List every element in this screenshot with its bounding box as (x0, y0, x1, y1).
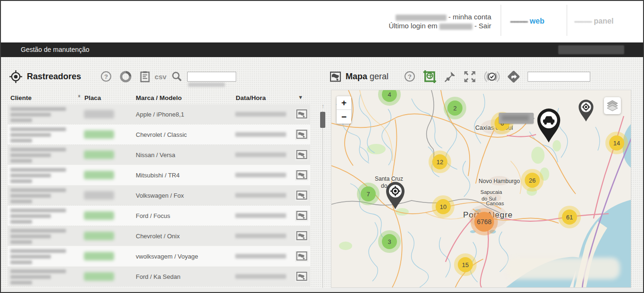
client-name-redacted (10, 249, 66, 266)
layers-control[interactable] (604, 97, 621, 114)
table-row[interactable]: Chevrolet / Onix (8, 226, 310, 246)
zoom-in-button[interactable]: + (337, 96, 351, 110)
locate-on-map-button[interactable] (295, 231, 308, 242)
brand-web-redacted: ••••••••••••• (510, 19, 528, 25)
scrollbar-track[interactable] (322, 111, 323, 288)
col-placa[interactable]: Placa (84, 94, 101, 101)
map-place-label: Novo Hamburgo (479, 178, 520, 184)
pushpin-icon[interactable] (444, 70, 456, 83)
map-cluster-marker[interactable]: 6768 (474, 212, 494, 232)
map-help-icon[interactable]: ? (405, 71, 415, 82)
report-clipboard-icon[interactable] (140, 71, 150, 83)
placa-redacted (84, 110, 114, 118)
bottom-strip (1, 288, 643, 293)
sair-link[interactable]: - Sair (474, 22, 491, 30)
map-canvas[interactable]: Caxias do SulSanta Cruzdo SulNovo Hambur… (331, 90, 631, 288)
locate-on-map-button[interactable] (295, 210, 308, 221)
table-row[interactable]: Mitsubishi / TR4 (8, 165, 310, 185)
vehicle-pin[interactable] (536, 108, 562, 145)
brand-logo-web[interactable]: ••••••••••••• web (510, 17, 545, 25)
last-login-label: Último login em (388, 22, 437, 30)
radar-status-icon[interactable] (483, 69, 501, 84)
placa-redacted (84, 151, 114, 159)
search-icon (171, 71, 182, 82)
location-pin[interactable] (578, 99, 594, 124)
tracker-rows: Apple / iPhone8,1Chevrolet / ClassicNiss… (8, 104, 310, 287)
table-row[interactable]: Ford / Ka Sedan (8, 267, 310, 286)
map-cluster-marker[interactable]: 26 (525, 173, 540, 188)
locate-on-map-button[interactable] (295, 150, 308, 160)
datetime-redacted (235, 254, 286, 259)
table-scrollbar[interactable]: ↑ (320, 103, 326, 288)
datetime-redacted (235, 112, 286, 117)
brand-logo-panel[interactable]: ••••••••••••• panel (574, 17, 613, 25)
login-date-redacted (439, 24, 472, 30)
map-cluster-marker[interactable]: 2 (447, 100, 462, 116)
locate-on-map-button[interactable] (295, 271, 308, 282)
datetime-redacted (235, 132, 286, 137)
scrollbar-thumb[interactable] (320, 112, 325, 128)
datetime-redacted (235, 234, 286, 238)
locate-on-map-button[interactable] (295, 190, 308, 201)
location-pin[interactable] (385, 181, 406, 211)
scroll-up-icon[interactable]: ↑ (320, 102, 326, 109)
client-name-redacted (10, 188, 66, 205)
datetime-redacted (235, 274, 286, 279)
zoom-out-button[interactable]: − (337, 110, 351, 124)
map-place-label: Canoas (486, 201, 504, 206)
map-info-tooltip-redacted (499, 113, 534, 124)
refresh-spinner-icon[interactable] (120, 71, 132, 83)
col-marca[interactable]: Marca / Modelo (136, 94, 182, 101)
table-row[interactable]: Nissan / Versa (8, 145, 310, 165)
col-datahora[interactable]: Data/Hora (236, 94, 266, 101)
minha-conta-link[interactable]: - minha conta (448, 13, 491, 21)
client-name-redacted (10, 107, 66, 124)
csv-export-button[interactable]: csv (155, 73, 166, 81)
table-header: Cliente ▲▼ Placa Marca / Modelo Data/Hor… (8, 93, 310, 104)
datetime-redacted (235, 152, 286, 157)
datetime-redacted (235, 193, 286, 198)
table-row[interactable]: vwolksvagem / Voyage (8, 246, 310, 266)
map-cluster-marker[interactable]: 15 (458, 257, 473, 272)
table-row[interactable]: Ford / Focus (8, 206, 310, 226)
map-cluster-marker[interactable]: 12 (432, 154, 447, 169)
table-row[interactable]: Volkswagen / Fox (8, 185, 310, 205)
marca-modelo-cell: Volkswagen / Fox (136, 192, 184, 199)
tracker-target-icon (9, 70, 22, 83)
placa-redacted (84, 211, 114, 220)
map-title-secondary: geral (370, 72, 388, 81)
placa-redacted (84, 252, 114, 260)
filter-dropdown-icon[interactable]: ▼ (298, 94, 303, 100)
table-row[interactable]: Apple / iPhone8,1 (8, 104, 310, 124)
map-search-input[interactable] (528, 72, 590, 82)
map-cluster-marker[interactable]: 7 (361, 186, 376, 201)
placa-redacted (84, 130, 114, 139)
col-cliente[interactable]: Cliente (10, 94, 32, 101)
help-icon[interactable]: ? (101, 71, 111, 82)
header-divider (567, 5, 567, 36)
login-info: - minha conta Último login em - Sair (388, 12, 491, 30)
top-header: - minha conta Último login em - Sair •••… (1, 1, 643, 42)
table-row[interactable]: Chevrolet / Classic (8, 125, 310, 144)
route-arrow-icon[interactable] (507, 70, 520, 83)
trackers-search-input[interactable] (187, 72, 236, 82)
locate-on-map-button[interactable] (295, 109, 308, 120)
expand-icon[interactable] (463, 70, 477, 84)
fit-bounds-icon[interactable] (422, 69, 437, 84)
map-cluster-marker[interactable]: 61 (562, 209, 577, 225)
marca-modelo-cell: Chevrolet / Classic (136, 131, 187, 138)
trackers-title: Rastreadores (27, 72, 81, 82)
map-cluster-marker[interactable]: 3 (382, 234, 397, 249)
search-caption-redacted (188, 83, 225, 87)
client-name-redacted (10, 168, 66, 185)
locate-on-map-button[interactable] (295, 170, 308, 181)
map-cluster-marker[interactable]: 10 (436, 199, 451, 214)
locate-on-map-button[interactable] (295, 251, 308, 262)
content-area: Rastreadores ? csv Cliente ▲▼ Placa Marc (1, 57, 643, 293)
map-panel-header: Mapa geral ? (330, 67, 590, 86)
locate-on-map-button[interactable] (295, 129, 308, 140)
marca-modelo-cell: vwolksvagem / Voyage (136, 253, 198, 260)
marca-modelo-cell: Mitsubishi / TR4 (136, 172, 180, 179)
map-cluster-marker[interactable]: 14 (609, 135, 624, 151)
topbar-action-button-redacted[interactable] (558, 45, 624, 54)
